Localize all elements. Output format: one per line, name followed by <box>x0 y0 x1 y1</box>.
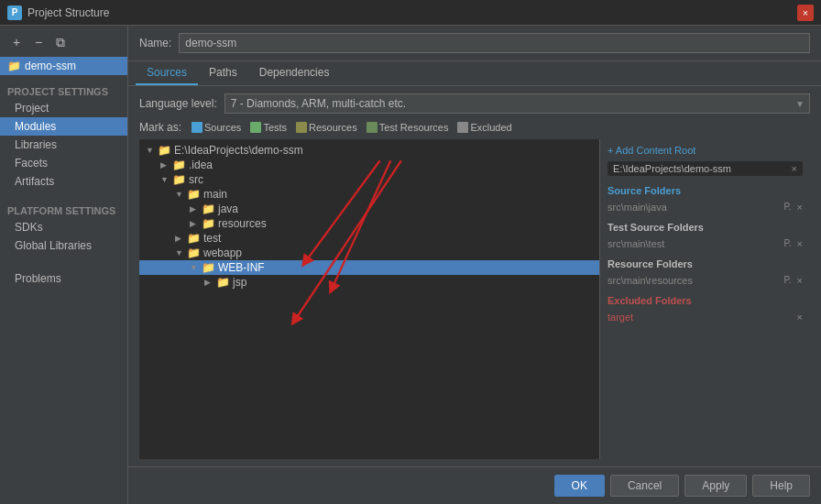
tree-node-main[interactable]: ▼ 📁 main <box>139 187 599 202</box>
content-root-path: E:\IdeaProjects\demo-ssm × <box>608 161 803 176</box>
language-level-label: Language level: <box>139 97 217 110</box>
tree-node-webapp[interactable]: ▼ 📁 webapp <box>139 246 599 260</box>
source-path-edit-icon[interactable]: P. <box>783 202 791 213</box>
folder-icon: 📁 <box>158 144 171 157</box>
apply-button[interactable]: Apply <box>684 475 747 497</box>
platform-settings-section: Platform Settings <box>0 198 127 218</box>
testresources-icon <box>367 122 378 133</box>
folder-icon: 📁 <box>187 232 201 245</box>
expand-webinf-icon: ▼ <box>190 263 199 272</box>
file-tree[interactable]: ▼ 📁 E:\IdeaProjects\demo-ssm ▶ 📁 .idea ▼… <box>139 139 599 459</box>
node-label: resources <box>218 217 267 230</box>
mark-as-resources-btn[interactable]: Resources <box>293 121 360 134</box>
expand-root-icon: ▼ <box>146 146 155 155</box>
tab-paths[interactable]: Paths <box>198 61 248 85</box>
sidebar-item-sdks[interactable]: SDKs <box>0 218 127 236</box>
cancel-button[interactable]: Cancel <box>610 475 679 497</box>
right-panel-header: + Add Content Root <box>608 145 803 156</box>
main-layout: + − ⧉ 📁 demo-ssm Project Settings Projec… <box>0 26 821 504</box>
module-sources-content: Language level: 5 - Enums, autoboxing, e… <box>128 86 821 466</box>
remove-module-button[interactable]: − <box>29 33 48 51</box>
language-level-select-wrap: 5 - Enums, autoboxing, etc. 6 - @Overrid… <box>224 93 810 114</box>
project-settings-section: Project Settings <box>0 82 127 99</box>
module-name-input[interactable] <box>179 33 810 53</box>
ok-button[interactable]: OK <box>554 475 605 497</box>
excluded-path-row: target × <box>608 312 803 323</box>
module-item-demo-ssm[interactable]: 📁 demo-ssm <box>0 57 127 75</box>
node-label: jsp <box>233 276 246 289</box>
expand-main-icon: ▼ <box>175 190 184 199</box>
expand-src-icon: ▼ <box>160 175 170 184</box>
module-folder-icon: 📁 <box>7 60 21 72</box>
tree-node-root[interactable]: ▼ 📁 E:\IdeaProjects\demo-ssm <box>139 143 599 158</box>
mark-as-label: Mark as: <box>139 121 181 134</box>
add-content-root-button[interactable]: + Add Content Root <box>608 145 695 156</box>
mark-testresources-label: Test Resources <box>379 122 449 133</box>
folder-icon: 📁 <box>172 159 186 171</box>
close-button[interactable]: × <box>797 5 814 21</box>
right-panel: + Add Content Root E:\IdeaProjects\demo-… <box>599 139 810 459</box>
folder-icon: 📁 <box>216 276 230 289</box>
resource-path-text: src\main\resources <box>608 275 693 286</box>
tree-node-test[interactable]: ▶ 📁 test <box>139 231 599 246</box>
expand-jsp-icon: ▶ <box>204 278 213 287</box>
tree-node-src[interactable]: ▼ 📁 src <box>139 172 599 187</box>
bottom-bar: OK Cancel Apply Help <box>128 466 821 504</box>
sidebar-item-libraries[interactable]: Libraries <box>0 136 127 154</box>
tree-node-jsp[interactable]: ▶ 📁 jsp <box>139 275 599 290</box>
excluded-path-text: target <box>608 312 633 323</box>
name-row: Name: <box>128 26 821 61</box>
folder-icon: 📁 <box>172 173 186 186</box>
tree-node-webinf[interactable]: ▼ 📁 WEB-INF <box>139 260 599 275</box>
title-bar: P Project Structure × <box>0 0 821 26</box>
module-name: demo-ssm <box>25 60 76 72</box>
folder-icon: 📁 <box>187 247 201 259</box>
module-tabs: Sources Paths Dependencies <box>128 61 821 86</box>
tab-sources[interactable]: Sources <box>136 61 198 85</box>
mark-sources-label: Sources <box>204 122 241 133</box>
source-path-close-icon[interactable]: × <box>797 202 803 213</box>
resource-folders-title: Resource Folders <box>608 258 803 269</box>
sidebar-item-global-libraries[interactable]: Global Libraries <box>0 236 127 255</box>
excluded-path-close-icon[interactable]: × <box>797 312 803 323</box>
source-folders-title: Source Folders <box>608 185 803 196</box>
sidebar-item-artifacts[interactable]: Artifacts <box>0 172 127 191</box>
content-area: Name: Sources Paths Dependencies Languag… <box>128 26 821 504</box>
excluded-folders-title: Excluded Folders <box>608 295 803 306</box>
sidebar-toolbar: + − ⧉ <box>0 29 127 57</box>
help-button[interactable]: Help <box>752 475 810 497</box>
mark-as-testresources-btn[interactable]: Test Resources <box>364 121 452 134</box>
split-pane: ▼ 📁 E:\IdeaProjects\demo-ssm ▶ 📁 .idea ▼… <box>139 139 810 459</box>
tree-node-idea[interactable]: ▶ 📁 .idea <box>139 158 599 172</box>
resource-path-edit-icon[interactable]: P. <box>783 275 791 286</box>
mark-as-sources-btn[interactable]: Sources <box>189 121 244 134</box>
sidebar-item-problems[interactable]: Problems <box>0 269 127 288</box>
expand-java-icon: ▶ <box>190 204 199 214</box>
expand-webapp-icon: ▼ <box>175 248 184 257</box>
mark-resources-label: Resources <box>309 122 357 133</box>
expand-resources-icon: ▶ <box>190 219 199 228</box>
folder-icon: 📁 <box>202 217 215 230</box>
node-label: WEB-INF <box>218 261 265 274</box>
title-text: Project Structure <box>27 6 792 19</box>
sidebar-item-modules[interactable]: Modules <box>0 117 127 136</box>
node-label: E:\IdeaProjects\demo-ssm <box>174 144 303 157</box>
language-level-row: Language level: 5 - Enums, autoboxing, e… <box>139 93 810 114</box>
test-source-path-row: src\main\test P. × <box>608 238 803 249</box>
mark-tests-label: Tests <box>263 122 287 133</box>
sidebar-item-project[interactable]: Project <box>0 99 127 117</box>
source-path-row: src\main\java P. × <box>608 202 803 213</box>
tree-node-resources[interactable]: ▶ 📁 resources <box>139 216 599 231</box>
add-module-button[interactable]: + <box>7 33 26 51</box>
content-root-close-icon[interactable]: × <box>792 163 797 174</box>
copy-module-button[interactable]: ⧉ <box>51 33 70 51</box>
sidebar-item-facets[interactable]: Facets <box>0 154 127 172</box>
mark-as-tests-btn[interactable]: Tests <box>247 121 290 134</box>
resource-path-close-icon[interactable]: × <box>797 275 803 286</box>
tree-node-java[interactable]: ▶ 📁 java <box>139 202 599 216</box>
tab-dependencies[interactable]: Dependencies <box>248 61 341 85</box>
test-source-path-edit-icon[interactable]: P. <box>783 238 791 249</box>
mark-as-excluded-btn[interactable]: Excluded <box>454 121 514 134</box>
test-source-path-close-icon[interactable]: × <box>797 238 803 249</box>
language-level-select[interactable]: 5 - Enums, autoboxing, etc. 6 - @Overrid… <box>224 93 810 114</box>
